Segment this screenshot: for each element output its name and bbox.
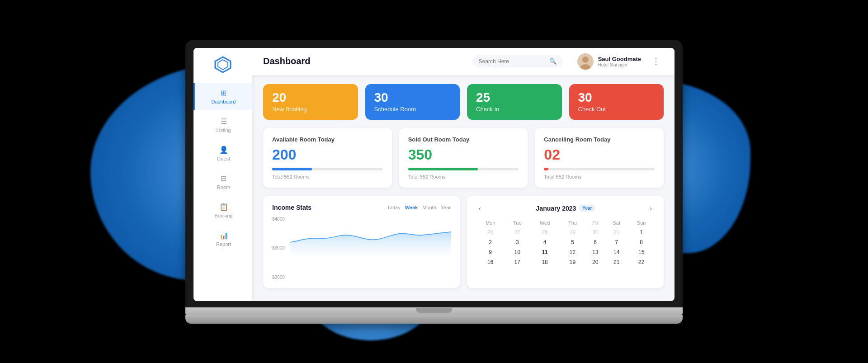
sidebar-item-guest[interactable]: 👤 Guest: [193, 140, 252, 167]
calendar-header-row: Mon Tue Wed Thu Fri Sat Sun: [476, 218, 655, 227]
tab-today[interactable]: Today: [387, 205, 400, 210]
user-role: Hotel Manager: [598, 62, 641, 67]
chart-area-fill: [290, 232, 451, 255]
day-mon: Mon: [476, 218, 505, 227]
available-progress-bg: [272, 168, 383, 170]
calendar-prev-button[interactable]: ‹: [476, 204, 484, 213]
sidebar-item-report[interactable]: 📊 Report: [193, 226, 252, 252]
new-booking-number: 20: [272, 91, 349, 104]
cal-day[interactable]: 17: [505, 257, 530, 267]
room-stat-cancelling: Cancelling Room Today 02 Total 552 Rooms: [535, 128, 664, 188]
cal-day[interactable]: 6: [585, 237, 605, 247]
cal-day[interactable]: 29: [560, 227, 585, 237]
cal-day[interactable]: 26: [476, 227, 505, 237]
day-sat: Sat: [605, 218, 628, 227]
day-thu: Thu: [560, 218, 585, 227]
cal-day[interactable]: 11: [530, 247, 560, 257]
income-card: Income Stats Today Week Month Year: [263, 196, 460, 288]
cal-day[interactable]: 14: [605, 247, 628, 257]
sidebar-item-listing[interactable]: ☰ Listing: [193, 112, 252, 138]
stat-card-schedule-room[interactable]: 30 Schedule Room: [365, 84, 460, 120]
cancelling-total: Total 552 Rooms: [544, 174, 655, 179]
header: Dashboard 🔍: [252, 48, 675, 75]
cal-day[interactable]: 1: [628, 227, 655, 237]
tab-week[interactable]: Week: [405, 205, 418, 210]
tab-year[interactable]: Year: [441, 205, 451, 210]
calendar-card: ‹ January 2023 Year ›: [467, 196, 664, 288]
app: ⊞ Dashboard ☰ Listing 👤 Guest: [193, 48, 675, 301]
cal-day[interactable]: 30: [585, 227, 605, 237]
listing-icon: ☰: [221, 117, 227, 126]
schedule-room-number: 30: [374, 91, 451, 104]
svg-marker-1: [218, 60, 228, 70]
cal-day[interactable]: 15: [628, 247, 655, 257]
schedule-room-label: Schedule Room: [374, 106, 451, 113]
tab-month[interactable]: Month: [422, 205, 436, 210]
user-info: Saul Goodmate Hotel Manager: [577, 53, 641, 70]
available-progress-fill: [272, 168, 312, 170]
sidebar-label-booking: Booking: [215, 213, 233, 218]
sidebar-label-dashboard: Dashboard: [212, 99, 236, 104]
calendar-week-2: 9 10 11 12 13 14 15: [476, 247, 655, 257]
laptop-bezel: ⊞ Dashboard ☰ Listing 👤 Guest: [185, 40, 683, 307]
check-out-number: 30: [578, 91, 655, 104]
day-tue: Tue: [505, 218, 530, 227]
bottom-row: Income Stats Today Week Month Year: [263, 196, 664, 288]
cancelling-progress-bg: [544, 168, 655, 170]
sidebar-item-booking[interactable]: 📋 Booking: [193, 197, 252, 224]
page-title: Dashboard: [263, 56, 465, 66]
cal-day[interactable]: 12: [560, 247, 585, 257]
calendar-header: ‹ January 2023 Year ›: [476, 204, 655, 213]
stat-card-new-booking[interactable]: 20 New Booking: [263, 84, 358, 120]
sold-out-progress-fill: [408, 168, 478, 170]
check-in-number: 25: [476, 91, 553, 104]
sold-out-title: Sold Out Room Today: [408, 136, 519, 143]
cal-day[interactable]: 10: [505, 247, 530, 257]
sidebar-item-room[interactable]: ⊟ Room: [193, 169, 252, 195]
cal-day[interactable]: 5: [560, 237, 585, 247]
sidebar-nav: ⊞ Dashboard ☰ Listing 👤 Guest: [193, 83, 252, 252]
app-logo[interactable]: [213, 55, 232, 74]
svg-point-3: [582, 57, 589, 63]
day-wed: Wed: [530, 218, 560, 227]
stat-card-check-out[interactable]: 30 Check Out: [569, 84, 664, 120]
search-input[interactable]: [479, 58, 546, 65]
search-icon: 🔍: [549, 58, 557, 65]
cal-day[interactable]: 9: [476, 247, 505, 257]
room-stats-row: Available Room Today 200 Total 552 Rooms…: [263, 128, 664, 188]
guest-icon: 👤: [219, 146, 228, 154]
cal-day[interactable]: 21: [605, 257, 628, 267]
room-stat-available: Available Room Today 200 Total 552 Rooms: [263, 128, 392, 188]
income-header: Income Stats Today Week Month Year: [272, 204, 451, 211]
calendar-next-button[interactable]: ›: [647, 204, 655, 213]
cal-day[interactable]: 7: [605, 237, 628, 247]
chart-label-3000: $3000: [272, 245, 285, 250]
cal-day[interactable]: 4: [530, 237, 560, 247]
sidebar-item-dashboard[interactable]: ⊞ Dashboard: [193, 83, 252, 110]
cal-day[interactable]: 13: [585, 247, 605, 257]
cal-day[interactable]: 19: [560, 257, 585, 267]
room-stat-sold-out: Sold Out Room Today 350 Total 552 Rooms: [399, 128, 528, 188]
sold-out-number: 350: [408, 146, 519, 163]
calendar-week-3: 16 17 18 19 20 21 22: [476, 257, 655, 267]
new-booking-label: New Booking: [272, 106, 349, 113]
cal-day[interactable]: 27: [505, 227, 530, 237]
cal-day[interactable]: 18: [530, 257, 560, 267]
cal-day[interactable]: 22: [628, 257, 655, 267]
cal-day[interactable]: 8: [628, 237, 655, 247]
more-options-button[interactable]: ⋮: [648, 55, 664, 68]
cancelling-number: 02: [544, 146, 655, 163]
cal-day[interactable]: 2: [476, 237, 505, 247]
calendar-grid: Mon Tue Wed Thu Fri Sat Sun: [476, 218, 655, 267]
stat-card-check-in[interactable]: 25 Check In: [467, 84, 562, 120]
search-box[interactable]: 🔍: [472, 55, 563, 67]
cal-day[interactable]: 31: [605, 227, 628, 237]
cal-day[interactable]: 28: [530, 227, 560, 237]
cal-day[interactable]: 20: [585, 257, 605, 267]
laptop-screen: ⊞ Dashboard ☰ Listing 👤 Guest: [193, 48, 675, 301]
chart-area: $4000 $3000 $2000: [272, 217, 451, 280]
chart-label-4000: $4000: [272, 217, 285, 222]
available-total: Total 552 Rooms: [272, 174, 383, 179]
cal-day[interactable]: 16: [476, 257, 505, 267]
cal-day[interactable]: 3: [505, 237, 530, 247]
